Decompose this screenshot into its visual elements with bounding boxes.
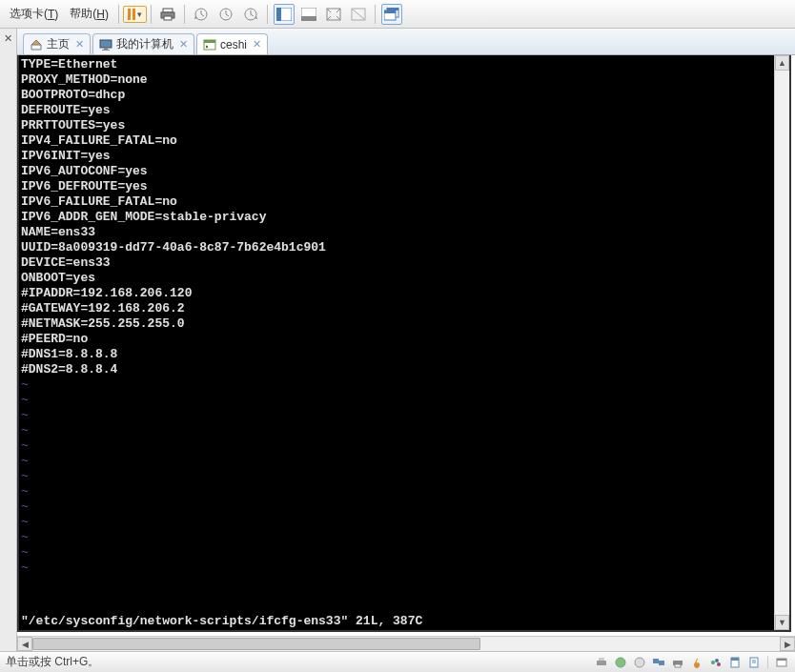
vim-empty-line: ~ xyxy=(21,560,787,576)
tab-label: ceshi xyxy=(220,38,247,51)
windows-cascade-icon xyxy=(384,8,399,21)
fullscreen-icon xyxy=(326,8,341,21)
terminal-line: #GATEWAY=192.168.206.2 xyxy=(21,301,787,316)
clock-forward-icon xyxy=(243,7,258,22)
toolbar-separator xyxy=(118,5,119,24)
terminal-line: PROXY_METHOD=none xyxy=(21,72,787,88)
scroll-down-button[interactable]: ▼ xyxy=(775,615,789,630)
view-panel-bottom-button[interactable] xyxy=(298,4,319,25)
monitor-icon xyxy=(99,38,112,51)
scroll-left-button[interactable]: ◀ xyxy=(17,637,32,651)
vim-empty-line: ~ xyxy=(21,530,787,545)
svg-rect-2 xyxy=(164,16,172,20)
globe2-status-icon[interactable] xyxy=(632,655,647,670)
tab-home[interactable]: 主页 ✕ xyxy=(23,33,91,54)
globe-status-icon[interactable] xyxy=(613,655,628,670)
window-status-icon[interactable] xyxy=(774,655,789,670)
terminal-line: ONBOOT=yes xyxy=(21,271,787,286)
panel-crossed-icon xyxy=(351,8,366,21)
tab-ceshi[interactable]: ceshi ✕ xyxy=(196,33,268,54)
tab-close-button[interactable]: ✕ xyxy=(179,38,188,51)
doc1-status-icon[interactable] xyxy=(727,655,743,670)
menu-options-hotkey: T xyxy=(48,8,54,21)
svg-rect-34 xyxy=(731,658,739,661)
svg-rect-29 xyxy=(675,664,681,667)
svg-point-31 xyxy=(715,659,719,662)
tab-bar: 主页 ✕ 我的计算机 ✕ ceshi ✕ xyxy=(17,29,795,55)
history-forward-button[interactable] xyxy=(240,4,261,25)
view-fullscreen-button[interactable] xyxy=(323,4,344,25)
terminal-icon xyxy=(203,38,216,51)
panel-left-icon xyxy=(276,8,292,21)
svg-rect-7 xyxy=(276,8,281,21)
terminal-line: #IPADDR=192.168.206.120 xyxy=(21,286,787,301)
printer-icon xyxy=(160,7,175,22)
view-disabled-button[interactable] xyxy=(348,4,369,25)
svg-rect-17 xyxy=(100,40,112,48)
tab-my-computer[interactable]: 我的计算机 ✕ xyxy=(92,33,194,54)
scroll-track[interactable] xyxy=(32,637,780,651)
terminal-line: UUID=8a009319-dd77-40a6-8c87-7b62e4b1c90… xyxy=(21,240,787,255)
scroll-right-button[interactable]: ▶ xyxy=(780,637,795,651)
terminal-line: DEVICE=ens33 xyxy=(21,255,787,271)
scroll-thumb[interactable] xyxy=(32,638,480,650)
vim-empty-line: ~ xyxy=(21,545,787,560)
svg-rect-21 xyxy=(204,40,215,43)
terminal-line: IPV6_FAILURE_FATAL=no xyxy=(21,194,787,210)
home-icon xyxy=(30,38,43,51)
svg-point-25 xyxy=(635,658,644,667)
tab-label: 我的计算机 xyxy=(116,36,173,52)
toolbar-separator xyxy=(184,5,185,24)
palette-status-icon[interactable] xyxy=(708,655,724,670)
terminal-line: NAME=ens33 xyxy=(21,225,787,240)
vim-status-line: "/etc/sysconfig/network-scripts/ifcfg-en… xyxy=(21,614,422,628)
terminal-line: #DNS2=8.8.8.4 xyxy=(21,362,787,377)
close-sidebar-button[interactable]: ✕ xyxy=(4,32,12,45)
history-back-button[interactable] xyxy=(191,4,212,25)
menu-options-suffix: ) xyxy=(54,8,58,21)
vim-empty-line: ~ xyxy=(21,423,787,438)
printer2-status-icon[interactable] xyxy=(670,655,685,670)
tab-close-button[interactable]: ✕ xyxy=(75,38,84,51)
vim-empty-line: ~ xyxy=(21,408,787,423)
svg-rect-39 xyxy=(777,659,786,661)
terminal-line: IPV6_DEFROUTE=yes xyxy=(21,179,787,194)
terminal-content: TYPE=EthernetPROXY_METHOD=noneBOOTPROTO=… xyxy=(19,55,789,578)
terminal-line: TYPE=Ethernet xyxy=(21,57,787,72)
vim-empty-line: ~ xyxy=(21,515,787,530)
print-button[interactable] xyxy=(157,4,178,25)
menu-options[interactable]: 选项卡(T) xyxy=(4,4,64,24)
svg-rect-0 xyxy=(163,9,173,12)
main-toolbar: 选项卡(T) 帮助(H) ▾ xyxy=(0,0,795,29)
printer-status-icon[interactable] xyxy=(594,655,609,670)
content-scrollbar-horizontal[interactable]: ◀ ▶ xyxy=(17,636,795,651)
tab-label: 主页 xyxy=(47,36,70,52)
tab-close-button[interactable]: ✕ xyxy=(253,38,261,51)
terminal-line: #DNS1=8.8.8.8 xyxy=(21,347,787,362)
clock-back-icon xyxy=(194,7,209,22)
menu-help-hotkey: H xyxy=(96,8,105,21)
terminal-scrollbar-vertical[interactable]: ▲ ▼ xyxy=(774,55,789,630)
vim-empty-line: ~ xyxy=(21,469,787,484)
vim-empty-line: ~ xyxy=(21,393,787,408)
svg-line-12 xyxy=(353,10,364,19)
history-now-button[interactable] xyxy=(215,4,236,25)
vim-empty-line: ~ xyxy=(21,484,787,499)
menu-help-prefix: 帮助( xyxy=(70,6,96,22)
clock-icon xyxy=(218,7,234,22)
toolbar-separator xyxy=(375,5,376,24)
flame-status-icon[interactable] xyxy=(689,655,704,670)
pause-button[interactable]: ▾ xyxy=(123,6,147,23)
scroll-up-button[interactable]: ▲ xyxy=(775,55,789,71)
view-sidebar-left-button[interactable] xyxy=(274,4,295,25)
doc2-status-icon[interactable] xyxy=(746,655,762,670)
svg-point-32 xyxy=(717,662,721,666)
terminal[interactable]: TYPE=EthernetPROXY_METHOD=noneBOOTPROTO=… xyxy=(17,55,791,632)
vim-empty-line: ~ xyxy=(21,454,787,469)
view-windows-button[interactable] xyxy=(381,4,402,25)
svg-rect-27 xyxy=(659,661,664,665)
menu-help[interactable]: 帮助(H) xyxy=(64,4,114,24)
svg-point-30 xyxy=(711,661,715,664)
monitors-status-icon[interactable] xyxy=(651,655,666,670)
scroll-track[interactable] xyxy=(775,71,789,615)
